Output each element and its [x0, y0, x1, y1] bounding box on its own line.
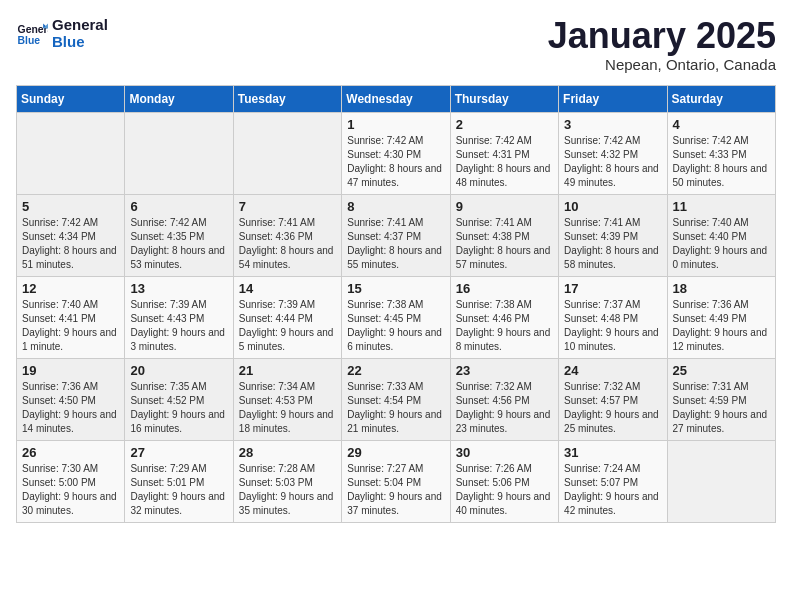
calendar-week-row: 5Sunrise: 7:42 AM Sunset: 4:34 PM Daylig…	[17, 194, 776, 276]
calendar-cell: 25Sunrise: 7:31 AM Sunset: 4:59 PM Dayli…	[667, 358, 775, 440]
calendar-week-row: 19Sunrise: 7:36 AM Sunset: 4:50 PM Dayli…	[17, 358, 776, 440]
day-number: 29	[347, 445, 444, 460]
day-number: 1	[347, 117, 444, 132]
day-info: Sunrise: 7:26 AM Sunset: 5:06 PM Dayligh…	[456, 462, 553, 518]
day-number: 13	[130, 281, 227, 296]
calendar-cell: 18Sunrise: 7:36 AM Sunset: 4:49 PM Dayli…	[667, 276, 775, 358]
day-number: 24	[564, 363, 661, 378]
calendar-cell: 24Sunrise: 7:32 AM Sunset: 4:57 PM Dayli…	[559, 358, 667, 440]
calendar-cell: 23Sunrise: 7:32 AM Sunset: 4:56 PM Dayli…	[450, 358, 558, 440]
calendar-cell: 5Sunrise: 7:42 AM Sunset: 4:34 PM Daylig…	[17, 194, 125, 276]
day-info: Sunrise: 7:24 AM Sunset: 5:07 PM Dayligh…	[564, 462, 661, 518]
day-number: 2	[456, 117, 553, 132]
day-info: Sunrise: 7:38 AM Sunset: 4:46 PM Dayligh…	[456, 298, 553, 354]
day-number: 16	[456, 281, 553, 296]
day-number: 6	[130, 199, 227, 214]
day-info: Sunrise: 7:34 AM Sunset: 4:53 PM Dayligh…	[239, 380, 336, 436]
day-info: Sunrise: 7:42 AM Sunset: 4:31 PM Dayligh…	[456, 134, 553, 190]
calendar-cell: 13Sunrise: 7:39 AM Sunset: 4:43 PM Dayli…	[125, 276, 233, 358]
day-number: 3	[564, 117, 661, 132]
day-info: Sunrise: 7:41 AM Sunset: 4:38 PM Dayligh…	[456, 216, 553, 272]
day-info: Sunrise: 7:41 AM Sunset: 4:39 PM Dayligh…	[564, 216, 661, 272]
day-info: Sunrise: 7:39 AM Sunset: 4:43 PM Dayligh…	[130, 298, 227, 354]
day-info: Sunrise: 7:38 AM Sunset: 4:45 PM Dayligh…	[347, 298, 444, 354]
calendar-cell: 27Sunrise: 7:29 AM Sunset: 5:01 PM Dayli…	[125, 440, 233, 522]
logo: General Blue General Blue	[16, 16, 108, 50]
day-info: Sunrise: 7:36 AM Sunset: 4:49 PM Dayligh…	[673, 298, 770, 354]
calendar-cell: 3Sunrise: 7:42 AM Sunset: 4:32 PM Daylig…	[559, 112, 667, 194]
logo-icon: General Blue	[16, 17, 48, 49]
day-number: 5	[22, 199, 119, 214]
day-number: 25	[673, 363, 770, 378]
day-info: Sunrise: 7:42 AM Sunset: 4:32 PM Dayligh…	[564, 134, 661, 190]
calendar-cell: 9Sunrise: 7:41 AM Sunset: 4:38 PM Daylig…	[450, 194, 558, 276]
calendar-week-row: 12Sunrise: 7:40 AM Sunset: 4:41 PM Dayli…	[17, 276, 776, 358]
day-info: Sunrise: 7:37 AM Sunset: 4:48 PM Dayligh…	[564, 298, 661, 354]
month-title: January 2025	[548, 16, 776, 56]
day-info: Sunrise: 7:40 AM Sunset: 4:40 PM Dayligh…	[673, 216, 770, 272]
day-number: 12	[22, 281, 119, 296]
calendar-cell: 11Sunrise: 7:40 AM Sunset: 4:40 PM Dayli…	[667, 194, 775, 276]
day-info: Sunrise: 7:30 AM Sunset: 5:00 PM Dayligh…	[22, 462, 119, 518]
calendar-cell: 8Sunrise: 7:41 AM Sunset: 4:37 PM Daylig…	[342, 194, 450, 276]
day-header-sunday: Sunday	[17, 85, 125, 112]
title-block: January 2025 Nepean, Ontario, Canada	[548, 16, 776, 73]
day-number: 9	[456, 199, 553, 214]
calendar-body: 1Sunrise: 7:42 AM Sunset: 4:30 PM Daylig…	[17, 112, 776, 522]
calendar-cell: 2Sunrise: 7:42 AM Sunset: 4:31 PM Daylig…	[450, 112, 558, 194]
calendar-cell	[17, 112, 125, 194]
day-number: 28	[239, 445, 336, 460]
page-header: General Blue General Blue January 2025 N…	[16, 16, 776, 73]
day-info: Sunrise: 7:39 AM Sunset: 4:44 PM Dayligh…	[239, 298, 336, 354]
calendar-cell: 4Sunrise: 7:42 AM Sunset: 4:33 PM Daylig…	[667, 112, 775, 194]
day-header-tuesday: Tuesday	[233, 85, 341, 112]
calendar-cell: 7Sunrise: 7:41 AM Sunset: 4:36 PM Daylig…	[233, 194, 341, 276]
day-number: 27	[130, 445, 227, 460]
calendar-cell: 15Sunrise: 7:38 AM Sunset: 4:45 PM Dayli…	[342, 276, 450, 358]
day-header-saturday: Saturday	[667, 85, 775, 112]
day-info: Sunrise: 7:33 AM Sunset: 4:54 PM Dayligh…	[347, 380, 444, 436]
day-info: Sunrise: 7:42 AM Sunset: 4:30 PM Dayligh…	[347, 134, 444, 190]
calendar-cell: 20Sunrise: 7:35 AM Sunset: 4:52 PM Dayli…	[125, 358, 233, 440]
calendar-cell: 10Sunrise: 7:41 AM Sunset: 4:39 PM Dayli…	[559, 194, 667, 276]
day-number: 8	[347, 199, 444, 214]
calendar-week-row: 26Sunrise: 7:30 AM Sunset: 5:00 PM Dayli…	[17, 440, 776, 522]
day-info: Sunrise: 7:31 AM Sunset: 4:59 PM Dayligh…	[673, 380, 770, 436]
day-info: Sunrise: 7:40 AM Sunset: 4:41 PM Dayligh…	[22, 298, 119, 354]
location-subtitle: Nepean, Ontario, Canada	[548, 56, 776, 73]
day-number: 14	[239, 281, 336, 296]
calendar-cell	[233, 112, 341, 194]
calendar-week-row: 1Sunrise: 7:42 AM Sunset: 4:30 PM Daylig…	[17, 112, 776, 194]
day-info: Sunrise: 7:32 AM Sunset: 4:56 PM Dayligh…	[456, 380, 553, 436]
calendar-cell: 14Sunrise: 7:39 AM Sunset: 4:44 PM Dayli…	[233, 276, 341, 358]
calendar-cell: 6Sunrise: 7:42 AM Sunset: 4:35 PM Daylig…	[125, 194, 233, 276]
calendar-cell: 16Sunrise: 7:38 AM Sunset: 4:46 PM Dayli…	[450, 276, 558, 358]
day-number: 10	[564, 199, 661, 214]
calendar-cell: 12Sunrise: 7:40 AM Sunset: 4:41 PM Dayli…	[17, 276, 125, 358]
calendar-header-row: SundayMondayTuesdayWednesdayThursdayFrid…	[17, 85, 776, 112]
day-number: 7	[239, 199, 336, 214]
logo-general: General	[52, 16, 108, 33]
day-number: 30	[456, 445, 553, 460]
day-info: Sunrise: 7:42 AM Sunset: 4:35 PM Dayligh…	[130, 216, 227, 272]
day-number: 11	[673, 199, 770, 214]
calendar-cell: 26Sunrise: 7:30 AM Sunset: 5:00 PM Dayli…	[17, 440, 125, 522]
day-number: 18	[673, 281, 770, 296]
calendar-cell: 17Sunrise: 7:37 AM Sunset: 4:48 PM Dayli…	[559, 276, 667, 358]
calendar-table: SundayMondayTuesdayWednesdayThursdayFrid…	[16, 85, 776, 523]
day-header-wednesday: Wednesday	[342, 85, 450, 112]
day-info: Sunrise: 7:41 AM Sunset: 4:36 PM Dayligh…	[239, 216, 336, 272]
day-number: 19	[22, 363, 119, 378]
day-info: Sunrise: 7:42 AM Sunset: 4:34 PM Dayligh…	[22, 216, 119, 272]
day-number: 22	[347, 363, 444, 378]
calendar-cell: 30Sunrise: 7:26 AM Sunset: 5:06 PM Dayli…	[450, 440, 558, 522]
day-info: Sunrise: 7:28 AM Sunset: 5:03 PM Dayligh…	[239, 462, 336, 518]
day-number: 21	[239, 363, 336, 378]
day-header-friday: Friday	[559, 85, 667, 112]
day-number: 17	[564, 281, 661, 296]
logo-blue: Blue	[52, 33, 108, 50]
calendar-cell: 29Sunrise: 7:27 AM Sunset: 5:04 PM Dayli…	[342, 440, 450, 522]
day-number: 23	[456, 363, 553, 378]
calendar-cell: 22Sunrise: 7:33 AM Sunset: 4:54 PM Dayli…	[342, 358, 450, 440]
calendar-cell: 21Sunrise: 7:34 AM Sunset: 4:53 PM Dayli…	[233, 358, 341, 440]
